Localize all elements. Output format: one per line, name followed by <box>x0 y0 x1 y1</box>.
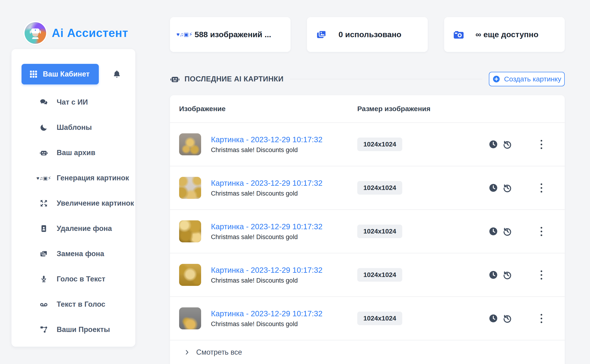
plus-circle-icon <box>492 75 500 83</box>
stat-label: 0 использовано <box>328 30 419 39</box>
clock-button[interactable] <box>488 139 498 149</box>
history-button[interactable] <box>503 139 512 149</box>
sidebar-item-dashboard[interactable]: Ваш Кабинет <box>21 64 99 84</box>
expand-icon <box>39 199 48 208</box>
image-title-link[interactable]: Картинка - 2023-12-29 10:17:32 <box>211 222 322 231</box>
moon-icon <box>39 123 48 132</box>
sidebar-item-projects[interactable]: Ваши Проекты <box>12 317 135 342</box>
row-menu-button[interactable] <box>539 226 544 237</box>
microphone-icon <box>39 275 48 284</box>
image-title-link[interactable]: Картинка - 2023-12-29 10:17:32 <box>211 135 322 144</box>
sidebar-item-label: Ваш Кабинет <box>43 70 90 78</box>
generation-icon: ♥♫▣⚡ <box>39 174 48 182</box>
sidebar-item-image-upscale[interactable]: Увеличение картинок <box>12 191 135 216</box>
sidebar-item-label: Замена фона <box>57 250 104 258</box>
image-thumbnail[interactable] <box>179 133 201 155</box>
bell-icon <box>112 70 121 78</box>
history-button[interactable] <box>503 227 512 236</box>
camera-icon <box>453 29 465 41</box>
section-divider <box>290 79 482 79</box>
sidebar-item-label: Ваш архив <box>57 149 95 157</box>
chat-icon <box>39 98 48 107</box>
grid-icon <box>29 70 38 78</box>
table-row: Картинка - 2023-12-29 10:17:32 Christmas… <box>170 210 565 253</box>
stat-label: ∞ еще доступно <box>465 30 556 39</box>
stat-card-images-available: ∞ еще доступно <box>444 17 565 52</box>
create-image-button-label: Создать картинку <box>504 75 561 83</box>
column-header-image: Изображение <box>170 105 357 113</box>
row-menu-button[interactable] <box>539 312 544 325</box>
sidebar-item-voice-to-text[interactable]: Голос в Текст <box>12 266 135 292</box>
clock-button[interactable] <box>488 270 498 280</box>
history-button[interactable] <box>503 270 512 280</box>
app-logo: Ai Ассистент <box>25 22 128 44</box>
notifications-bell-button[interactable] <box>112 70 121 78</box>
history-button[interactable] <box>503 313 512 323</box>
size-badge: 1024x1024 <box>357 137 402 151</box>
stat-card-images-used: 0 использовано <box>307 17 428 52</box>
clock-button[interactable] <box>488 227 498 236</box>
table-row: Картинка - 2023-12-29 10:17:32 Christmas… <box>170 297 565 340</box>
image-thumbnail[interactable] <box>179 177 201 199</box>
chevron-right-icon <box>184 349 190 355</box>
image-prompt: Christmas sale! Discounts gold <box>211 234 322 241</box>
sidebar-item-chat[interactable]: Чат с ИИ <box>12 90 135 115</box>
images-icon <box>315 29 328 41</box>
portrait-icon <box>39 224 48 233</box>
section-bar: ПОСЛЕДНИЕ AI КАРТИНКИ Создать картинку <box>170 71 565 87</box>
stat-card-images-total: ♥♫▣⚡ 588 изображений ... <box>170 17 291 52</box>
sidebar-item-label: Чат с ИИ <box>57 98 88 106</box>
image-title-link[interactable]: Картинка - 2023-12-29 10:17:32 <box>211 309 322 318</box>
recent-images-table: Изображение Размер изображения Картинка … <box>170 95 565 364</box>
row-menu-button[interactable] <box>539 182 544 194</box>
projects-icon <box>39 325 48 334</box>
sidebar-item-background-replace[interactable]: Замена фона <box>12 241 135 266</box>
sidebar-item-templates[interactable]: Шаблоны <box>12 115 135 140</box>
image-title-link[interactable]: Картинка - 2023-12-29 10:17:32 <box>211 266 322 275</box>
create-image-button[interactable]: Создать картинку <box>489 72 565 86</box>
image-thumbnail[interactable] <box>179 220 201 242</box>
row-menu-button[interactable] <box>539 138 544 150</box>
image-thumbnail[interactable] <box>179 264 201 286</box>
image-thumbnail[interactable] <box>179 307 201 329</box>
image-prompt: Christmas sale! Discounts gold <box>211 277 322 284</box>
robot-icon <box>170 74 180 84</box>
table-row: Картинка - 2023-12-29 10:17:32 Christmas… <box>170 253 565 297</box>
sidebar-item-archive[interactable]: Ваш архив <box>12 140 135 165</box>
clock-button[interactable] <box>488 313 498 323</box>
size-badge: 1024x1024 <box>357 312 402 325</box>
robot-avatar-icon <box>29 26 42 40</box>
column-header-size: Размер изображения <box>357 105 488 113</box>
sidebar-item-label: Голос в Текст <box>57 275 105 283</box>
sidebar-item-label: Удаление фона <box>57 224 112 233</box>
image-prompt: Christmas sale! Discounts gold <box>211 190 322 197</box>
view-all-link[interactable]: Смотреть все <box>196 348 242 357</box>
table-header: Изображение Размер изображения <box>170 95 565 123</box>
voicemail-icon <box>39 300 48 309</box>
size-badge: 1024x1024 <box>357 268 402 282</box>
size-badge: 1024x1024 <box>357 225 402 238</box>
row-menu-button[interactable] <box>539 269 544 281</box>
generation-icon: ♥♫▣⚡ <box>179 29 191 41</box>
size-badge: 1024x1024 <box>357 181 402 195</box>
image-prompt: Christmas sale! Discounts gold <box>211 320 322 328</box>
app-avatar <box>25 22 46 44</box>
robot-icon <box>39 148 48 157</box>
sidebar-item-image-generation[interactable]: ♥♫▣⚡ Генерация картинок <box>12 165 135 191</box>
table-row: Картинка - 2023-12-29 10:17:32 Christmas… <box>170 123 565 166</box>
sidebar-item-label: Ваши Проекты <box>57 325 110 334</box>
stat-label: 588 изображений ... <box>191 30 282 39</box>
table-row: Картинка - 2023-12-29 10:17:32 Christmas… <box>170 166 565 210</box>
sidebar-item-label: Шаблоны <box>57 123 92 132</box>
sidebar-item-label: Генерация картинок <box>57 174 129 182</box>
sidebar-item-label: Увеличение картинок <box>57 199 134 208</box>
image-title-link[interactable]: Картинка - 2023-12-29 10:17:32 <box>211 179 322 188</box>
clock-button[interactable] <box>488 183 498 193</box>
app-title: Ai Ассистент <box>52 26 128 40</box>
sidebar-item-background-removal[interactable]: Удаление фона <box>12 216 135 241</box>
images-icon <box>39 249 48 258</box>
stats-row: ♥♫▣⚡ 588 изображений ... 0 использовано … <box>170 17 565 52</box>
history-button[interactable] <box>503 183 512 193</box>
sidebar: Ваш Кабинет Чат с ИИ Шаблоны Ваш архив ♥… <box>12 49 135 347</box>
sidebar-item-text-to-voice[interactable]: Текст в Голос <box>12 292 135 317</box>
